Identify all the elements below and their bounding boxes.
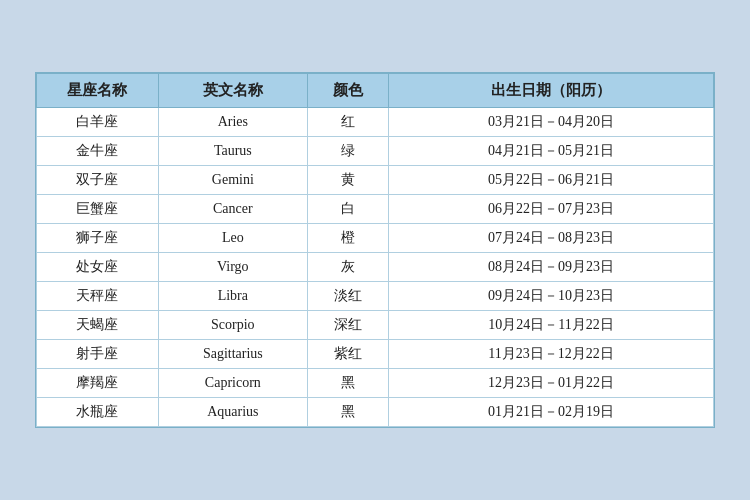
cell-english: Cancer bbox=[158, 195, 307, 224]
cell-color: 黑 bbox=[307, 369, 388, 398]
cell-english: Aries bbox=[158, 108, 307, 137]
cell-chinese: 狮子座 bbox=[37, 224, 159, 253]
table-row: 天秤座Libra淡红09月24日－10月23日 bbox=[37, 282, 714, 311]
cell-chinese: 射手座 bbox=[37, 340, 159, 369]
table-row: 射手座Sagittarius紫红11月23日－12月22日 bbox=[37, 340, 714, 369]
cell-date: 11月23日－12月22日 bbox=[389, 340, 714, 369]
cell-color: 橙 bbox=[307, 224, 388, 253]
cell-chinese: 巨蟹座 bbox=[37, 195, 159, 224]
cell-date: 06月22日－07月23日 bbox=[389, 195, 714, 224]
cell-chinese: 双子座 bbox=[37, 166, 159, 195]
table-row: 巨蟹座Cancer白06月22日－07月23日 bbox=[37, 195, 714, 224]
cell-english: Taurus bbox=[158, 137, 307, 166]
table-row: 摩羯座Capricorn黑12月23日－01月22日 bbox=[37, 369, 714, 398]
cell-date: 05月22日－06月21日 bbox=[389, 166, 714, 195]
table-row: 处女座Virgo灰08月24日－09月23日 bbox=[37, 253, 714, 282]
cell-english: Virgo bbox=[158, 253, 307, 282]
cell-chinese: 白羊座 bbox=[37, 108, 159, 137]
cell-date: 08月24日－09月23日 bbox=[389, 253, 714, 282]
cell-date: 12月23日－01月22日 bbox=[389, 369, 714, 398]
table-row: 白羊座Aries红03月21日－04月20日 bbox=[37, 108, 714, 137]
cell-color: 白 bbox=[307, 195, 388, 224]
cell-english: Libra bbox=[158, 282, 307, 311]
table-row: 双子座Gemini黄05月22日－06月21日 bbox=[37, 166, 714, 195]
cell-chinese: 水瓶座 bbox=[37, 398, 159, 427]
table-header-row: 星座名称 英文名称 颜色 出生日期（阳历） bbox=[37, 74, 714, 108]
header-english: 英文名称 bbox=[158, 74, 307, 108]
cell-chinese: 摩羯座 bbox=[37, 369, 159, 398]
cell-english: Capricorn bbox=[158, 369, 307, 398]
cell-english: Scorpio bbox=[158, 311, 307, 340]
cell-chinese: 处女座 bbox=[37, 253, 159, 282]
cell-chinese: 天蝎座 bbox=[37, 311, 159, 340]
cell-english: Sagittarius bbox=[158, 340, 307, 369]
cell-date: 03月21日－04月20日 bbox=[389, 108, 714, 137]
zodiac-table: 星座名称 英文名称 颜色 出生日期（阳历） 白羊座Aries红03月21日－04… bbox=[35, 72, 715, 428]
cell-color: 黑 bbox=[307, 398, 388, 427]
cell-color: 淡红 bbox=[307, 282, 388, 311]
cell-color: 灰 bbox=[307, 253, 388, 282]
cell-color: 绿 bbox=[307, 137, 388, 166]
header-chinese: 星座名称 bbox=[37, 74, 159, 108]
cell-date: 07月24日－08月23日 bbox=[389, 224, 714, 253]
cell-color: 深红 bbox=[307, 311, 388, 340]
cell-color: 紫红 bbox=[307, 340, 388, 369]
cell-date: 09月24日－10月23日 bbox=[389, 282, 714, 311]
cell-chinese: 天秤座 bbox=[37, 282, 159, 311]
table-row: 水瓶座Aquarius黑01月21日－02月19日 bbox=[37, 398, 714, 427]
cell-english: Leo bbox=[158, 224, 307, 253]
table-row: 天蝎座Scorpio深红10月24日－11月22日 bbox=[37, 311, 714, 340]
table-row: 金牛座Taurus绿04月21日－05月21日 bbox=[37, 137, 714, 166]
table-row: 狮子座Leo橙07月24日－08月23日 bbox=[37, 224, 714, 253]
cell-date: 04月21日－05月21日 bbox=[389, 137, 714, 166]
cell-color: 红 bbox=[307, 108, 388, 137]
cell-color: 黄 bbox=[307, 166, 388, 195]
cell-english: Gemini bbox=[158, 166, 307, 195]
cell-date: 01月21日－02月19日 bbox=[389, 398, 714, 427]
header-color: 颜色 bbox=[307, 74, 388, 108]
cell-date: 10月24日－11月22日 bbox=[389, 311, 714, 340]
cell-english: Aquarius bbox=[158, 398, 307, 427]
header-date: 出生日期（阳历） bbox=[389, 74, 714, 108]
cell-chinese: 金牛座 bbox=[37, 137, 159, 166]
